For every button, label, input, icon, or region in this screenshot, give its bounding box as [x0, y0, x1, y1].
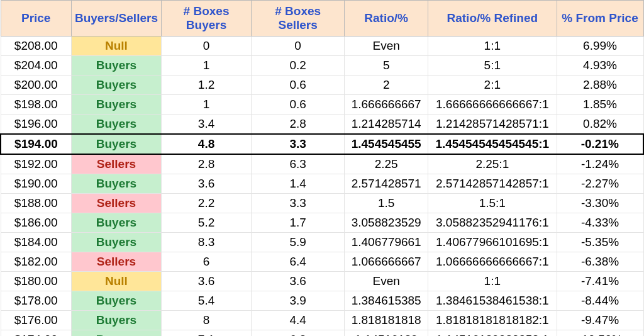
- table-row: $198.00Buyers10.61.6666666671.6666666666…: [1, 95, 643, 115]
- cell-refined: 1.40677966101695:1: [428, 233, 557, 252]
- cell-bb: 1: [161, 56, 251, 76]
- cell-refined: 1.06666666666667:1: [428, 252, 557, 272]
- cell-bs: Buyers: [71, 56, 161, 76]
- cell-bs: Sellers: [71, 154, 161, 174]
- cell-bs: Buyers: [71, 134, 161, 154]
- cell-pct: 4.93%: [557, 56, 643, 76]
- cell-refined: 1.81818181818182:1: [428, 311, 557, 330]
- cell-refined: 1.45454545454545:1: [428, 134, 557, 154]
- cell-ratio: 1.14516129: [345, 330, 428, 337]
- cell-bb: 3.6: [161, 174, 251, 194]
- cell-ratio: 1.214285714: [345, 115, 428, 135]
- cell-pct: 0.82%: [557, 115, 643, 135]
- header-row: Price Buyers/Sellers # Boxes Buyers # Bo…: [1, 1, 643, 36]
- cell-pct: -9.47%: [557, 311, 643, 330]
- col-bb: # Boxes Buyers: [161, 1, 251, 36]
- cell-ratio: 1.406779661: [345, 233, 428, 252]
- cell-refined: 1.38461538461538:1: [428, 291, 557, 311]
- cell-bb: 0: [161, 36, 251, 56]
- cell-ratio: Even: [345, 272, 428, 291]
- cell-refined: 1:1: [428, 272, 557, 291]
- cell-sb: 0.2: [252, 56, 345, 76]
- cell-bb: 5.2: [161, 213, 251, 233]
- cell-price: $178.00: [1, 291, 71, 311]
- col-price: Price: [1, 1, 71, 36]
- cell-price: $188.00: [1, 194, 71, 213]
- cell-pct: -1.24%: [557, 154, 643, 174]
- cell-refined: 2:1: [428, 76, 557, 95]
- cell-refined: 2.57142857142857:1: [428, 174, 557, 194]
- cell-pct: 1.85%: [557, 95, 643, 115]
- price-ratio-table: Price Buyers/Sellers # Boxes Buyers # Bo…: [0, 0, 644, 336]
- cell-price: $186.00: [1, 213, 71, 233]
- cell-price: $208.00: [1, 36, 71, 56]
- cell-sb: 3.6: [252, 272, 345, 291]
- cell-bs: Buyers: [71, 174, 161, 194]
- table-row: $188.00Sellers2.23.31.51.5:1-3.30%: [1, 194, 643, 213]
- cell-sb: 0.6: [252, 95, 345, 115]
- cell-bs: Buyers: [71, 76, 161, 95]
- table-row: $194.00Buyers4.83.31.4545454551.45454545…: [1, 134, 643, 154]
- table-row: $174.00Buyers7.16.21.145161291.145161290…: [1, 330, 643, 337]
- cell-refined: 5:1: [428, 56, 557, 76]
- table-row: $192.00Sellers2.86.32.252.25:1-1.24%: [1, 154, 643, 174]
- cell-bs: Buyers: [71, 233, 161, 252]
- cell-bs: Sellers: [71, 194, 161, 213]
- cell-ratio: 2: [345, 76, 428, 95]
- cell-pct: -7.41%: [557, 272, 643, 291]
- cell-pct: 2.88%: [557, 76, 643, 95]
- cell-pct: 6.99%: [557, 36, 643, 56]
- cell-refined: 2.25:1: [428, 154, 557, 174]
- cell-sb: 4.4: [252, 311, 345, 330]
- cell-bs: Sellers: [71, 252, 161, 272]
- table-row: $178.00Buyers5.43.91.3846153851.38461538…: [1, 291, 643, 311]
- cell-pct: -3.30%: [557, 194, 643, 213]
- table-row: $190.00Buyers3.61.42.5714285712.57142857…: [1, 174, 643, 194]
- cell-price: $190.00: [1, 174, 71, 194]
- table-row: $182.00Sellers66.41.0666666671.066666666…: [1, 252, 643, 272]
- cell-ratio: 2.25: [345, 154, 428, 174]
- cell-ratio: 1.5: [345, 194, 428, 213]
- cell-ratio: 1.066666667: [345, 252, 428, 272]
- cell-bb: 2.8: [161, 154, 251, 174]
- cell-bs: Buyers: [71, 291, 161, 311]
- cell-ratio: 1.666666667: [345, 95, 428, 115]
- cell-bb: 3.4: [161, 115, 251, 135]
- cell-pct: -5.35%: [557, 233, 643, 252]
- cell-ratio: 1.818181818: [345, 311, 428, 330]
- table-row: $204.00Buyers10.255:14.93%: [1, 56, 643, 76]
- cell-sb: 2.8: [252, 115, 345, 135]
- cell-price: $180.00: [1, 272, 71, 291]
- cell-ratio: 3.058823529: [345, 213, 428, 233]
- cell-sb: 0.6: [252, 76, 345, 95]
- cell-refined: 1.66666666666667:1: [428, 95, 557, 115]
- cell-price: $182.00: [1, 252, 71, 272]
- cell-bs: Buyers: [71, 213, 161, 233]
- cell-refined: 1.14516129032258:1: [428, 330, 557, 337]
- cell-price: $176.00: [1, 311, 71, 330]
- cell-bs: Buyers: [71, 311, 161, 330]
- cell-bb: 7.1: [161, 330, 251, 337]
- cell-pct: -2.27%: [557, 174, 643, 194]
- cell-pct: -10.50%: [557, 330, 643, 337]
- cell-pct: -4.33%: [557, 213, 643, 233]
- cell-price: $204.00: [1, 56, 71, 76]
- cell-bb: 8.3: [161, 233, 251, 252]
- col-bs: Buyers/Sellers: [71, 1, 161, 36]
- cell-price: $192.00: [1, 154, 71, 174]
- cell-bs: Buyers: [71, 115, 161, 135]
- cell-sb: 1.7: [252, 213, 345, 233]
- cell-sb: 3.3: [252, 194, 345, 213]
- table-row: $184.00Buyers8.35.91.4067796611.40677966…: [1, 233, 643, 252]
- cell-bb: 6: [161, 252, 251, 272]
- cell-bb: 2.2: [161, 194, 251, 213]
- cell-price: $196.00: [1, 115, 71, 135]
- cell-sb: 0: [252, 36, 345, 56]
- cell-refined: 1:1: [428, 36, 557, 56]
- cell-price: $194.00: [1, 134, 71, 154]
- cell-ratio: 1.384615385: [345, 291, 428, 311]
- cell-price: $184.00: [1, 233, 71, 252]
- cell-refined: 1.21428571428571:1: [428, 115, 557, 135]
- cell-bb: 5.4: [161, 291, 251, 311]
- col-sb: # Boxes Sellers: [252, 1, 345, 36]
